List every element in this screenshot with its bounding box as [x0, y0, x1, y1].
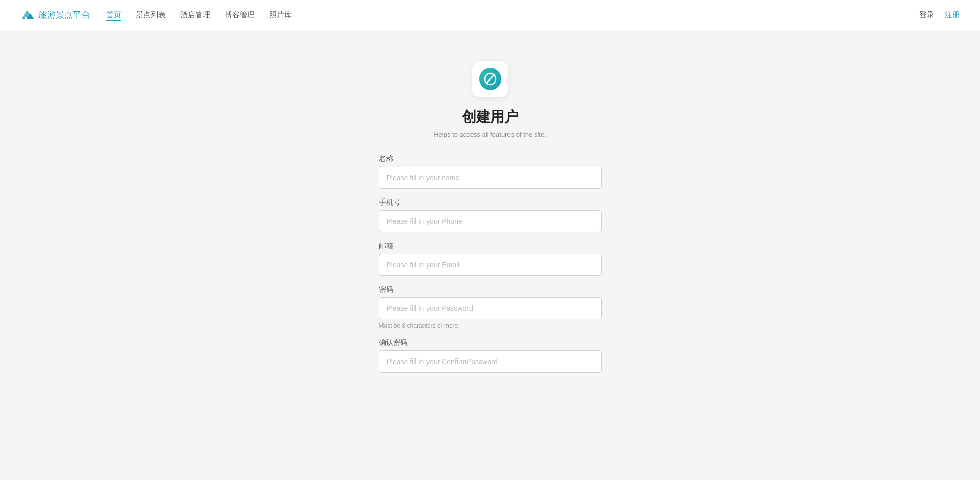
nav-item-blog[interactable]: 博客管理 [225, 10, 255, 20]
nav-item-home[interactable]: 首页 [106, 10, 121, 20]
confirm-password-label: 确认密码 [379, 338, 602, 347]
register-form: 名称 手机号 邮箱 密码 Must be 8 characters or mor… [379, 154, 602, 382]
form-title: 创建用户 [462, 107, 519, 127]
register-link[interactable]: 注册 [945, 10, 960, 20]
email-input[interactable] [379, 254, 602, 276]
phone-label: 手机号 [379, 198, 602, 207]
navbar-right: 登录 注册 [919, 10, 960, 20]
navbar: 旅游景点平台 首页 景点列表 酒店管理 博客管理 照片库 登录 注册 [0, 0, 980, 30]
form-container: 创建用户 Helps to access all features of the… [379, 61, 602, 382]
nav-links: 首页 景点列表 酒店管理 博客管理 照片库 [106, 10, 292, 20]
password-input[interactable] [379, 297, 602, 319]
password-label: 密码 [379, 285, 602, 294]
confirm-password-input[interactable] [379, 350, 602, 373]
phone-input[interactable] [379, 210, 602, 232]
confirm-password-field-group: 确认密码 [379, 338, 602, 373]
form-icon-wrapper [472, 61, 508, 97]
password-hint: Must be 8 characters or more. [379, 322, 602, 329]
form-icon-svg [484, 72, 497, 86]
main-content: 创建用户 Helps to access all features of the… [0, 30, 980, 412]
nav-item-photos[interactable]: 照片库 [269, 10, 292, 20]
brand-logo[interactable]: 旅游景点平台 [20, 8, 90, 22]
password-field-group: 密码 Must be 8 characters or more. [379, 285, 602, 329]
nav-item-spots[interactable]: 景点列表 [136, 10, 166, 20]
name-label: 名称 [379, 154, 602, 164]
form-subtitle: Helps to access all features of the site… [434, 131, 546, 138]
navbar-left: 旅游景点平台 首页 景点列表 酒店管理 博客管理 照片库 [20, 8, 292, 22]
svg-rect-2 [25, 17, 27, 19]
email-label: 邮箱 [379, 242, 602, 251]
name-field-group: 名称 [379, 154, 602, 189]
brand-label: 旅游景点平台 [38, 9, 90, 21]
svg-line-4 [486, 75, 494, 83]
email-field-group: 邮箱 [379, 242, 602, 276]
name-input[interactable] [379, 167, 602, 189]
login-link[interactable]: 登录 [919, 10, 934, 20]
brand-icon [20, 8, 34, 22]
phone-field-group: 手机号 [379, 198, 602, 232]
form-icon [479, 68, 501, 90]
nav-item-hotels[interactable]: 酒店管理 [180, 10, 210, 20]
